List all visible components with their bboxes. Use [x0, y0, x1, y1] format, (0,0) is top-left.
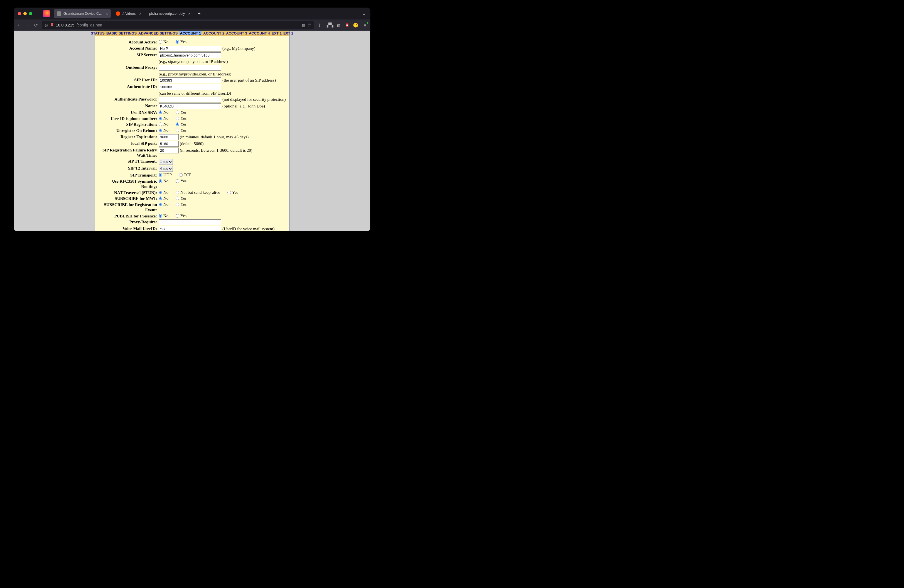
close-tab-icon[interactable]: × — [139, 11, 141, 16]
tab[interactable]: pb.hamsoverip.com/diy × — [146, 9, 193, 18]
dns-srv-radio[interactable] — [159, 111, 162, 114]
uid-phone-option[interactable]: No — [159, 116, 168, 121]
trash-icon[interactable]: 🗑 — [336, 23, 341, 28]
outbound-proxy-input[interactable] — [159, 65, 221, 71]
presence-radio[interactable] — [175, 214, 179, 218]
close-window-button[interactable] — [18, 12, 21, 15]
bookmark-star-icon[interactable]: ☆ — [308, 22, 311, 28]
acct-active-option[interactable]: Yes — [175, 40, 186, 44]
nat-option[interactable]: No — [159, 190, 168, 195]
sip-reg-radio[interactable] — [159, 122, 162, 126]
auth-id-input[interactable] — [159, 84, 221, 90]
acct-active-radio[interactable] — [159, 40, 162, 44]
transport-option[interactable]: TCP — [179, 172, 191, 177]
regevt-option[interactable]: No — [159, 202, 168, 207]
tab-overflow-button[interactable]: ⌄ — [361, 11, 367, 16]
mwi-radio[interactable] — [159, 196, 162, 200]
sip-server-input[interactable] — [159, 52, 221, 58]
traffic-lights — [18, 12, 32, 15]
menu-ext-2[interactable]: EXT 2 — [283, 31, 293, 35]
top-menu: STATUS BASIC SETTINGS ADVANCED SETTINGS … — [95, 31, 289, 36]
close-tab-icon[interactable]: × — [188, 11, 190, 16]
unreg-radio[interactable] — [159, 129, 162, 132]
account-name-input[interactable] — [159, 46, 221, 52]
unreg-radio[interactable] — [175, 129, 179, 132]
dns-srv-option[interactable]: Yes — [175, 110, 186, 115]
qr-icon[interactable]: ▦ — [302, 22, 305, 28]
sip-reg-option[interactable]: No — [159, 122, 168, 126]
menu-account-2[interactable]: ACCOUNT 2 — [203, 31, 224, 35]
presence-radio[interactable] — [159, 214, 162, 218]
dns-srv-radio[interactable] — [175, 111, 179, 114]
menu-basic-settings[interactable]: BASIC SETTINGS — [106, 31, 137, 35]
vm-input[interactable] — [159, 226, 221, 231]
sip-server-hint: (e.g., sip.mycompany.com, or IP address) — [159, 59, 228, 64]
nat-radio[interactable] — [228, 191, 231, 194]
regevt-radio[interactable] — [175, 203, 179, 206]
dns-srv-control: NoYes — [159, 110, 286, 115]
tab[interactable]: /r/videos × — [113, 9, 144, 18]
proxy-req-input[interactable] — [159, 220, 221, 225]
menu-ext-1[interactable]: EXT 1 — [272, 31, 282, 35]
nat-radio[interactable] — [175, 191, 179, 194]
mwi-radio[interactable] — [175, 196, 179, 200]
presence-option[interactable]: Yes — [175, 213, 186, 218]
sip-reg-option[interactable]: Yes — [175, 122, 186, 126]
menu-advanced-settings[interactable]: ADVANCED SETTINGS — [138, 31, 178, 35]
new-tab-button[interactable]: + — [195, 11, 203, 17]
unreg-option[interactable]: No — [159, 128, 168, 133]
transport-radio[interactable] — [179, 173, 183, 177]
acct-active-radio[interactable] — [175, 40, 179, 44]
menu-account-3[interactable]: ACCOUNT 3 — [226, 31, 247, 35]
reg-exp-input[interactable] — [159, 134, 179, 140]
dns-srv-option[interactable]: No — [159, 110, 168, 115]
reload-button[interactable]: ⟳ — [33, 22, 38, 28]
close-tab-icon[interactable]: × — [106, 11, 108, 16]
nat-radio[interactable] — [159, 191, 162, 194]
mwi-option[interactable]: No — [159, 196, 168, 201]
presence-option[interactable]: No — [159, 213, 168, 218]
local-sip-hint: (default 5060) — [180, 141, 204, 146]
t2-select[interactable]: 4 sec — [159, 166, 173, 172]
t1-select[interactable]: 1 sec — [159, 159, 173, 165]
rfc3581-radio[interactable] — [159, 179, 162, 183]
unreg-radio-label: No — [163, 128, 168, 133]
sponsor-icon[interactable]: 😕 — [353, 22, 358, 28]
downloads-icon[interactable]: ⭳ — [317, 23, 322, 28]
rfc3581-option[interactable]: Yes — [175, 179, 186, 183]
uid-phone-radio[interactable] — [175, 117, 179, 120]
tab-active[interactable]: Grandstream Device Configuration × — [54, 9, 111, 18]
sip-user-id-input[interactable] — [159, 77, 221, 83]
extensions-icon[interactable]: ▞▚ — [327, 22, 332, 28]
menu-icon[interactable]: ≡ — [362, 23, 367, 28]
uid-phone-option[interactable]: Yes — [175, 116, 186, 121]
local-sip-input[interactable] — [159, 141, 179, 147]
retry-wait-input[interactable] — [159, 147, 179, 153]
maximize-window-button[interactable] — [29, 12, 32, 15]
rfc3581-radio[interactable] — [175, 179, 179, 183]
acct-active-option[interactable]: No — [159, 40, 168, 44]
menu-account-4[interactable]: ACCOUNT 4 — [249, 31, 270, 35]
forward-button[interactable]: → — [25, 22, 30, 28]
nat-option[interactable]: No, but send keep-alive — [175, 190, 220, 195]
transport-option[interactable]: UDP — [159, 172, 172, 177]
mwi-option[interactable]: Yes — [175, 196, 186, 201]
regevt-radio[interactable] — [159, 203, 162, 206]
back-button[interactable]: ← — [17, 22, 22, 28]
auth-pw-input[interactable] — [159, 96, 221, 103]
ublock-icon[interactable]: u — [346, 23, 348, 27]
transport-radio[interactable] — [159, 173, 162, 177]
regevt-option[interactable]: Yes — [175, 202, 186, 207]
uid-phone-radio[interactable] — [159, 117, 162, 120]
nat-option[interactable]: Yes — [228, 190, 238, 195]
rfc3581-option[interactable]: No — [159, 179, 168, 183]
name-input[interactable] — [159, 103, 221, 109]
presence-radio-label: No — [163, 213, 168, 218]
config-page: STATUS BASIC SETTINGS ADVANCED SETTINGS … — [95, 31, 289, 231]
sip-reg-radio[interactable] — [175, 122, 179, 126]
minimize-window-button[interactable] — [24, 12, 27, 15]
menu-status[interactable]: STATUS — [91, 31, 105, 35]
url-bar[interactable]: ◎ 10.0.8.215/config_a1.htm ▦ ☆ — [42, 21, 314, 29]
unreg-option[interactable]: Yes — [175, 128, 186, 133]
menu-account-1[interactable]: ACCOUNT 1 — [179, 31, 202, 35]
